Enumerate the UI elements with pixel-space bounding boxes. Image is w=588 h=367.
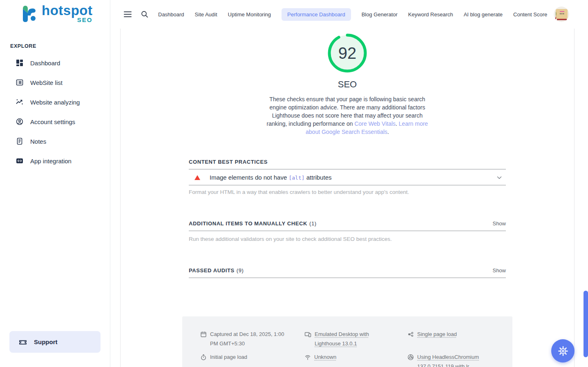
nav-content-score[interactable]: Content Score [513, 8, 547, 21]
meta-initial-load-text: Initial page load [210, 352, 247, 362]
nav-performance-dashboard[interactable]: Performance Dashboard [282, 8, 351, 21]
meta-emulated-device: Emulated Desktop with Lighthouse 13.0.1 [304, 329, 407, 349]
core-web-vitals-link[interactable]: Core Web Vitals [354, 120, 396, 127]
gear-icon [558, 346, 568, 356]
section-title: PASSED AUDITS(9) [189, 267, 244, 274]
sidebar-item-label: Website analyzing [30, 99, 80, 106]
seo-score-ring: 92 [326, 32, 369, 74]
audit-title-text: Image elements do not have [210, 174, 288, 181]
section-title-text: ADDITIONAL ITEMS TO MANUALLY CHECK [189, 220, 307, 227]
seo-description-period: . [387, 129, 389, 135]
top-navbar: Dashboard Site Audit Uptime Monitoring P… [110, 0, 588, 29]
app-integration-icon [16, 157, 24, 165]
sidebar-item-account-settings[interactable]: Account settings [0, 112, 110, 131]
sidebar-item-label: WebSite list [30, 79, 63, 86]
nav-dashboard[interactable]: Dashboard [158, 8, 184, 21]
sidebar-item-label: Account settings [30, 118, 75, 125]
seo-description: These checks ensure that your page is fo… [265, 95, 430, 136]
calendar-icon [200, 331, 207, 338]
sidebar-item-label: Notes [30, 138, 46, 145]
section-title: ADDITIONAL ITEMS TO MANUALLY CHECK(1) [189, 220, 317, 227]
seo-category-title: SEO [189, 79, 506, 90]
meta-network-text[interactable]: Unknown [314, 352, 336, 362]
emulated-desktop-icon [304, 331, 311, 338]
divider [189, 185, 506, 185]
nav-keyword-research[interactable]: Keyword Research [408, 8, 453, 21]
notes-icon [16, 137, 24, 145]
manual-check-header: ADDITIONAL ITEMS TO MANUALLY CHECK(1) Sh… [189, 220, 506, 227]
runtime-settings-footer: Captured at Dec 18, 2025, 1:00 PM GMT+5:… [182, 316, 512, 367]
content-best-practices-header: CONTENT BEST PRACTICES [189, 159, 506, 165]
brand-wordmark: hotspot SEO [42, 3, 92, 23]
audit-row-image-alt[interactable]: Image elements do not have [alt] attribu… [189, 169, 506, 185]
ticket-icon [18, 338, 27, 346]
chromium-icon [407, 354, 414, 360]
vertical-scrollbar-thumb[interactable] [584, 291, 588, 357]
hotspot-logo-icon [20, 3, 39, 24]
sidebar-item-label: App integration [30, 158, 72, 165]
website-list-icon [16, 78, 24, 87]
settings-fab-button[interactable] [551, 339, 575, 363]
sidebar-nav: Dashboard WebSite list Webs [0, 53, 110, 171]
audit-title: Image elements do not have [alt] attribu… [210, 174, 331, 181]
stopwatch-icon [200, 354, 207, 360]
passed-audits-show-button[interactable]: Show [492, 267, 506, 274]
chevron-down-icon[interactable] [496, 174, 503, 181]
seo-description-separator: . [396, 120, 399, 127]
sidebar-item-notes[interactable]: Notes [0, 131, 110, 151]
passed-audits-header: PASSED AUDITS(9) Show [189, 267, 506, 274]
error-triangle-icon [195, 175, 200, 180]
sidebar-section-label: EXPLORE [10, 43, 36, 49]
support-label: Support [34, 338, 58, 345]
manual-check-helper: Run these additional validators on your … [189, 236, 506, 242]
sidebar-item-label: Dashboard [30, 60, 60, 67]
section-title: CONTENT BEST PRACTICES [189, 159, 268, 165]
divider [189, 278, 506, 278]
network-signal-icon [304, 354, 311, 360]
brand-sub: SEO [77, 16, 93, 23]
seo-score-gauge: 92 SEO These checks ensure that your pag… [189, 29, 506, 136]
meta-captured-text: Captured at Dec 18, 2025, 1:00 PM GMT+5:… [210, 329, 288, 348]
user-avatar[interactable] [554, 7, 569, 22]
nav-site-audit[interactable]: Site Audit [195, 8, 217, 21]
search-icon[interactable] [141, 11, 148, 18]
meta-captured: Captured at Dec 18, 2025, 1:00 PM GMT+5:… [200, 329, 304, 349]
support-button[interactable]: Support [9, 331, 101, 353]
manual-check-show-button[interactable]: Show [492, 220, 506, 227]
content-best-practices-helper: Format your HTML in a way that enables c… [189, 189, 506, 195]
brand-name: hotspot [42, 3, 92, 18]
nav-blog-generator[interactable]: Blog Generator [362, 8, 398, 21]
meta-chromium: Using HeadlessChromium 137.0.7151.119 wi… [407, 352, 512, 367]
sidebar-item-website-analyzing[interactable]: Website analyzing [0, 92, 110, 112]
page-load-nodes-icon [407, 331, 414, 338]
brand-logo[interactable]: hotspot SEO [20, 3, 92, 24]
top-nav-links: Dashboard Site Audit Uptime Monitoring P… [158, 8, 547, 21]
account-settings-icon [16, 118, 24, 126]
seo-report-panel: 92 SEO These checks ensure that your pag… [120, 29, 575, 367]
meta-single-load-text[interactable]: Single page load [417, 329, 457, 339]
sidebar-item-app-integration[interactable]: App integration [0, 151, 110, 171]
section-count: (1) [309, 220, 317, 227]
meta-chromium-text[interactable]: Using HeadlessChromium 137.0.7151.119 wi… [417, 352, 486, 367]
meta-initial-page-load: Initial page load [200, 352, 304, 367]
sidebar-item-website-list[interactable]: WebSite list [0, 73, 110, 92]
section-count: (9) [237, 267, 244, 274]
website-analyzing-icon [16, 98, 24, 106]
audit-code-token: [alt] [288, 175, 304, 181]
section-title-text: PASSED AUDITS [189, 267, 235, 274]
dashboard-icon [16, 59, 24, 67]
sidebar: hotspot SEO EXPLORE Dashboard Web [0, 0, 110, 367]
seo-score-value: 92 [338, 44, 357, 62]
meta-network-throttle: Unknown [304, 352, 407, 367]
nav-ai-blog-generate[interactable]: AI blog generate [464, 8, 503, 21]
audit-title-suffix: attributes [305, 174, 332, 181]
hamburger-menu-icon[interactable] [124, 11, 132, 18]
divider [189, 231, 506, 231]
sidebar-item-dashboard[interactable]: Dashboard [0, 53, 110, 73]
meta-emulated-text[interactable]: Emulated Desktop with Lighthouse 13.0.1 [315, 329, 394, 348]
meta-single-page-load: Single page load [407, 329, 512, 349]
nav-uptime-monitoring[interactable]: Uptime Monitoring [228, 8, 271, 21]
